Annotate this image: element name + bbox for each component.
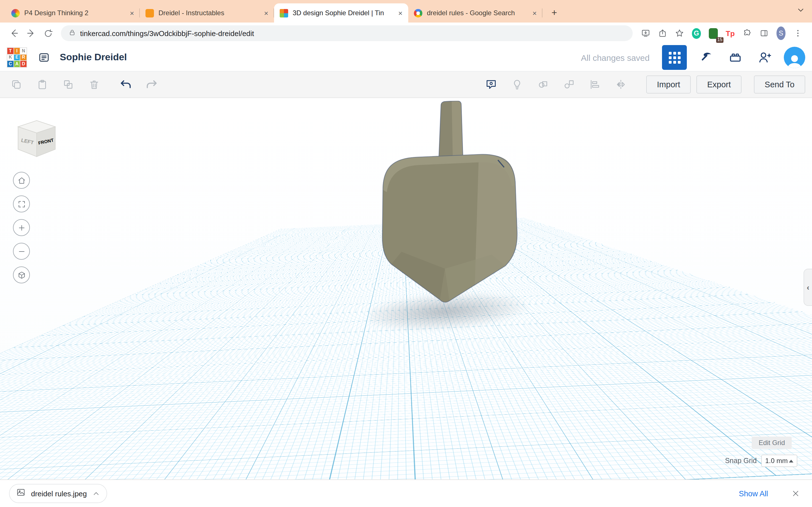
duplicate-icon[interactable] <box>59 75 78 94</box>
google-favicon-icon <box>414 9 422 17</box>
lightbulb-icon[interactable] <box>507 75 527 94</box>
browser-profile-chip[interactable]: S <box>773 25 789 41</box>
align-icon[interactable] <box>585 75 605 94</box>
download-bar-close-icon[interactable] <box>788 489 803 498</box>
side-panel-icon[interactable] <box>756 25 772 41</box>
browser-menu-kebab-icon[interactable] <box>790 25 806 41</box>
tab-title: Dreidel - Instructables <box>158 9 257 17</box>
tinkercad-favicon-icon <box>280 9 288 17</box>
bookmark-star-icon[interactable] <box>672 25 688 41</box>
logo-tile: D <box>20 61 27 67</box>
browser-tab[interactable]: dreidel rules - Google Search× <box>408 3 543 22</box>
fit-view-button[interactable] <box>13 195 30 212</box>
logo-tile: I <box>14 48 20 54</box>
app-header: TINKERCAD Sophie Dreidel All changes sav… <box>0 44 812 71</box>
dreidel-model[interactable] <box>378 101 522 308</box>
panel-collapse-handle[interactable]: ‹ <box>804 269 812 306</box>
grammarly-extension-icon[interactable]: G <box>689 25 704 41</box>
account-avatar[interactable] <box>784 47 805 68</box>
logo-tile: R <box>20 54 27 60</box>
url-text: tinkercad.com/things/3wOdckibbjF-sophie-… <box>80 29 254 38</box>
ungroup-icon[interactable] <box>559 75 578 94</box>
tab-close-icon[interactable]: × <box>262 8 271 17</box>
import-button[interactable]: Import <box>646 75 691 94</box>
redo-icon[interactable] <box>142 75 161 94</box>
tab-title: dreidel rules - Google Search <box>427 9 525 17</box>
tab-close-icon[interactable]: × <box>530 8 539 17</box>
extensions-puzzle-icon[interactable] <box>739 25 755 41</box>
export-button[interactable]: Export <box>696 75 742 94</box>
tp-extension-icon[interactable]: Tp <box>722 25 738 41</box>
tab-title: 3D design Sophie Dreidel | Tin <box>293 9 391 17</box>
snap-grid-value: 1.0 mm <box>765 457 788 465</box>
logo-tile: K <box>7 54 13 60</box>
mirror-icon[interactable] <box>611 75 630 94</box>
download-bar: dreidel rules.jpeg Show All <box>0 480 812 507</box>
browser-tab-strip: P4 Design Thinking 2×Dreidel - Instructa… <box>0 0 812 22</box>
tinkercad-logo[interactable]: TINKERCAD <box>7 47 27 68</box>
screen: P4 Design Thinking 2×Dreidel - Instructa… <box>0 0 812 507</box>
pinwheel-favicon-icon <box>11 9 20 17</box>
download-expand-chevron-icon[interactable] <box>93 490 100 497</box>
reload-button[interactable] <box>40 25 56 42</box>
logo-tile: N <box>20 48 27 54</box>
snap-grid-label: Snap Grid <box>725 457 757 465</box>
edit-toolbar: Import Export Send To <box>0 71 812 98</box>
logo-tile: A <box>14 61 20 67</box>
lock-icon <box>69 28 75 38</box>
paste-icon[interactable] <box>33 75 52 94</box>
home-view-button[interactable] <box>13 172 30 189</box>
tab-title: P4 Design Thinking 2 <box>24 9 123 17</box>
notes-visibility-icon[interactable] <box>481 75 501 94</box>
minecraft-pickaxe-icon[interactable] <box>696 47 716 68</box>
snap-grid-row: Snap Grid 1.0 mm <box>725 455 797 467</box>
edit-grid-button[interactable]: Edit Grid <box>752 437 792 449</box>
group-icon[interactable] <box>534 75 553 94</box>
instructables-favicon-icon <box>146 9 154 17</box>
browser-tab[interactable]: Dreidel - Instructables× <box>140 3 274 22</box>
forward-button[interactable] <box>22 25 40 42</box>
browser-tab[interactable]: P4 Design Thinking 2× <box>6 3 140 22</box>
logo-tile: T <box>7 48 13 54</box>
copy-icon[interactable] <box>7 75 26 94</box>
share-icon[interactable] <box>655 25 670 41</box>
back-button[interactable] <box>6 25 22 42</box>
zoom-in-button[interactable] <box>13 219 30 236</box>
view-tools <box>13 172 30 283</box>
grid-icon <box>668 52 680 63</box>
download-file-name: dreidel rules.jpeg <box>31 489 87 498</box>
password-extension-icon[interactable]: 15 <box>705 25 721 41</box>
logo-tile: C <box>7 61 13 67</box>
download-item[interactable]: dreidel rules.jpeg <box>9 484 107 503</box>
install-app-icon[interactable] <box>638 25 654 41</box>
tab-close-icon[interactable]: × <box>396 8 405 17</box>
brick-export-icon[interactable] <box>725 47 746 68</box>
design-properties-button[interactable] <box>35 48 53 66</box>
logo-tile: E <box>14 54 20 60</box>
send-to-button[interactable]: Send To <box>754 75 805 94</box>
tab-search-chevron-icon[interactable] <box>796 6 805 17</box>
tab-list: P4 Design Thinking 2×Dreidel - Instructa… <box>6 3 543 22</box>
chevron-up-icon <box>789 459 794 462</box>
invite-collaborator-icon[interactable] <box>755 47 775 68</box>
browser-address-bar: tinkercad.com/things/3wOdckibbjF-sophie-… <box>0 22 812 44</box>
browser-tab[interactable]: 3D design Sophie Dreidel | Tin× <box>274 3 408 22</box>
3d-viewport[interactable]: LEFT FRONT ‹ Edit Grid Snap Grid <box>0 98 812 480</box>
perspective-toggle-button[interactable] <box>13 267 30 283</box>
snap-grid-select[interactable]: 1.0 mm <box>761 455 797 467</box>
tab-close-icon[interactable]: × <box>128 8 137 17</box>
delete-icon[interactable] <box>85 75 104 94</box>
view-cube[interactable]: LEFT FRONT <box>13 117 60 163</box>
show-all-button[interactable]: Show All <box>733 486 774 501</box>
url-bar[interactable]: tinkercad.com/things/3wOdckibbjF-sophie-… <box>61 25 633 41</box>
new-tab-button[interactable]: + <box>547 6 562 20</box>
workspaces-grid-button[interactable] <box>662 45 687 70</box>
save-status: All changes saved <box>581 53 650 62</box>
undo-icon[interactable] <box>116 75 135 94</box>
design-title[interactable]: Sophie Dreidel <box>60 52 127 63</box>
image-file-icon <box>16 488 26 499</box>
zoom-out-button[interactable] <box>13 243 30 260</box>
